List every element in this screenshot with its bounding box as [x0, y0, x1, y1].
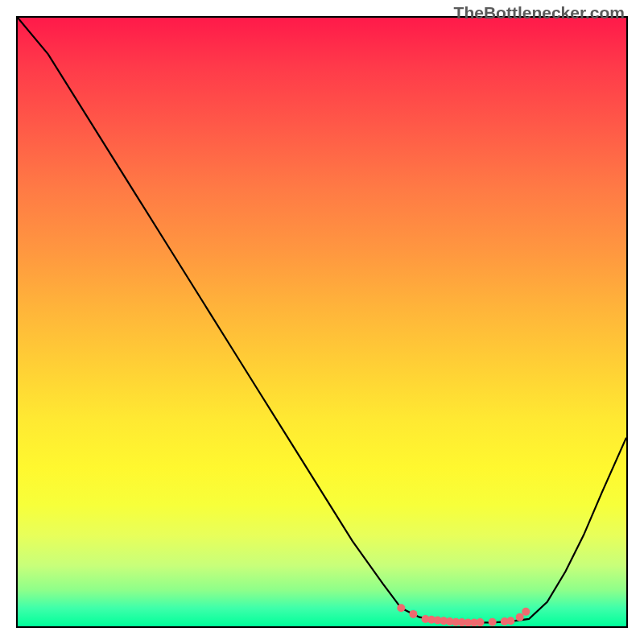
highlight-dot: [522, 608, 530, 616]
attribution-text: TheBottlenecker.com: [454, 3, 625, 23]
highlight-dot: [409, 610, 417, 618]
highlight-dot: [477, 618, 485, 626]
bottleneck-curve: [18, 18, 626, 622]
highlight-dot: [516, 613, 524, 621]
highlight-dot: [506, 617, 514, 625]
plot-area: [18, 18, 626, 626]
highlight-dot: [397, 604, 405, 612]
curve-svg: [18, 18, 626, 626]
highlight-dot: [489, 618, 497, 626]
